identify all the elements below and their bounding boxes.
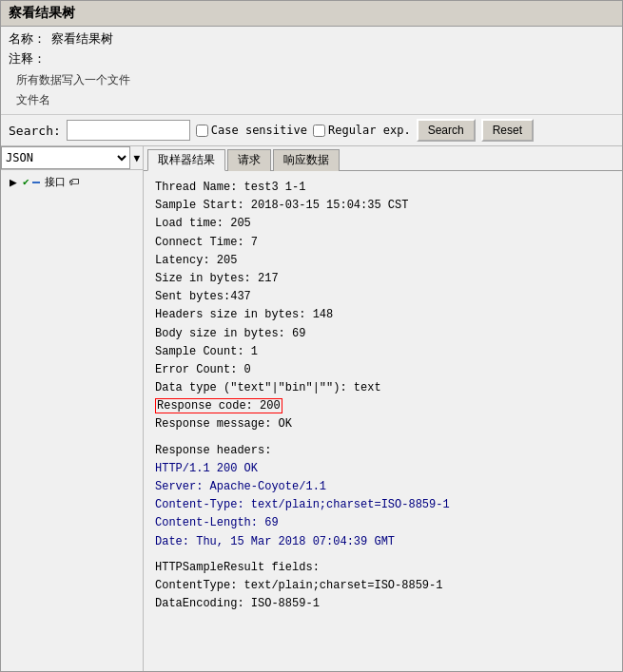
status-icon: ✔ [23,176,29,188]
sample-count-line: Sample Count: 1 [155,343,611,361]
content-length-line: Content-Length: 69 [155,514,611,532]
tree-selector: JSON ▼ [1,146,143,170]
case-sensitive-label: Case sensitive [211,124,307,137]
search-bar: Search: Case sensitive Regular exp. Sear… [1,115,622,146]
note-label: 注释： [9,50,51,67]
tabs-bar: 取样器结果 请求 响应数据 [144,146,622,171]
note-row: 注释： [9,50,614,67]
title-bar: 察看结果树 [1,1,622,27]
content-type-line: Content-Type: text/plain;charset=ISO-885… [155,496,611,514]
response-code-line: Response code: 200 [155,397,611,415]
thread-name-line: Thread Name: test3 1-1 [155,179,611,197]
separator2 [155,551,611,559]
latency-line: Latency: 205 [155,252,611,270]
content-type2-line: ContentType: text/plain;charset=ISO-8859… [155,577,611,595]
headers-size-line: Headers size in bytes: 148 [155,306,611,324]
tree-item-text: 接口 [45,175,66,189]
regular-exp-checkbox[interactable] [313,125,325,137]
dropdown-arrow-icon: ▼ [130,152,143,164]
search-label: Search: [9,124,61,138]
main-content: JSON ▼ ▶ ✔ 接口 🏷 取样器结果 [1,146,622,671]
http-status-line: HTTP/1.1 200 OK [155,460,611,478]
tab-sampler-results[interactable]: 取样器结果 [147,149,225,171]
right-panel: 取样器结果 请求 响应数据 Thread Name: test3 1-1 Sam… [144,146,622,671]
date-line: Date: Thu, 15 Mar 2018 07:04:39 GMT [155,533,611,551]
data-encoding-line: DataEncoding: ISO-8859-1 [155,595,611,613]
tab-response-data[interactable]: 响应数据 [273,149,340,171]
connect-time-line: Connect Time: 7 [155,234,611,252]
data-type-line: Data type ("text"|"bin"|""): text [155,379,611,397]
note-line1: 所有数据写入一个文件 [9,70,614,90]
sent-bytes-line: Sent bytes:437 [155,288,611,306]
regular-exp-group: Regular exp. [313,124,411,137]
form-section: 名称： 察看结果树 注释： 所有数据写入一个文件 文件名 [1,27,622,115]
tree-area: ▶ ✔ 接口 🏷 [1,170,143,671]
case-sensitive-checkbox[interactable] [196,125,208,137]
search-input[interactable] [67,120,190,141]
size-bytes-line: Size in bytes: 217 [155,270,611,288]
response-code-highlighted: Response code: 200 [155,398,282,413]
left-panel: JSON ▼ ▶ ✔ 接口 🏷 [1,146,144,671]
list-item[interactable]: ▶ ✔ 接口 🏷 [5,174,139,190]
name-label: 名称： [9,30,51,48]
label-icon: 🏷 [68,176,79,188]
search-button[interactable]: Search [417,119,476,142]
response-headers-title: Response headers: [155,442,611,460]
name-value: 察看结果树 [51,30,113,48]
main-window: 察看结果树 名称： 察看结果树 注释： 所有数据写入一个文件 文件名 Searc… [0,0,623,672]
response-message-line: Response message: OK [155,415,611,433]
body-size-line: Body size in bytes: 69 [155,325,611,343]
tree-type-select[interactable]: JSON [1,146,130,169]
tab-request[interactable]: 请求 [227,149,271,171]
sample-start-line: Sample Start: 2018-03-15 15:04:35 CST [155,197,611,215]
server-line: Server: Apache-Coyote/1.1 [155,478,611,496]
error-count-line: Error Count: 0 [155,361,611,379]
window-title: 察看结果树 [9,5,75,20]
regular-exp-label: Regular exp. [328,124,411,137]
filename-label: 文件名 [9,90,614,110]
http-sample-title: HTTPSampleResult fields: [155,559,611,577]
tree-item-label [32,182,40,183]
reset-button[interactable]: Reset [481,119,534,142]
case-sensitive-group: Case sensitive [196,124,307,137]
separator1 [155,434,611,442]
name-row: 名称： 察看结果树 [9,30,614,48]
load-time-line: Load time: 205 [155,215,611,233]
content-area: Thread Name: test3 1-1 Sample Start: 201… [144,171,622,671]
expand-icon: ▶ [7,176,20,189]
